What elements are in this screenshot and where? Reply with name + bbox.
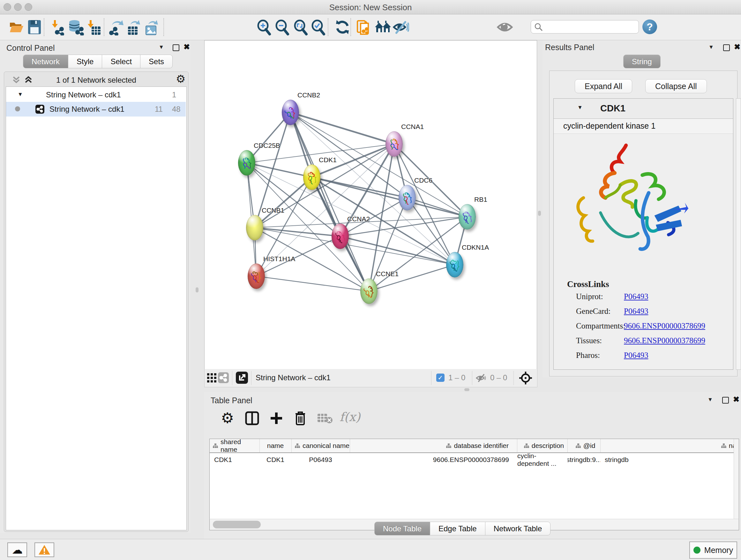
column-header-database-identifier[interactable]: database identifier (350, 439, 517, 452)
hidden-items-eye-slash-icon[interactable] (476, 373, 487, 383)
column-header-shared-name[interactable]: shared name (210, 439, 260, 452)
expand-all-button[interactable]: Expand All (575, 79, 632, 93)
column-header-name[interactable]: name (259, 439, 292, 452)
delete-column-trash-icon[interactable] (293, 411, 307, 426)
export-network-icon[interactable] (109, 19, 125, 36)
zoom-out-icon[interactable] (274, 19, 290, 36)
show-graphics-eye-icon[interactable] (496, 19, 514, 35)
crosslink-link[interactable]: P06493 (624, 351, 648, 360)
network-row[interactable]: String Network – cdk1 11 48 (6, 102, 186, 117)
results-scrollbar[interactable] (736, 98, 741, 370)
network-view-share-icon[interactable] (218, 372, 229, 383)
table-cell[interactable]: stringdb:9... (567, 453, 600, 466)
home-networks-icon[interactable] (374, 19, 392, 35)
crosslink-link[interactable]: 9606.ENSP00000378699 (624, 336, 705, 345)
right-divider-grip[interactable] (538, 211, 541, 216)
birds-eye-crosshair-icon[interactable] (519, 371, 533, 385)
delete-table-icon[interactable] (317, 413, 333, 424)
grid-view-icon[interactable] (207, 373, 217, 383)
import-network-icon[interactable] (50, 19, 65, 36)
memory-button[interactable]: Memory (689, 542, 737, 559)
table-panel-float-icon[interactable] (722, 397, 729, 403)
network-node-CDKN1A[interactable] (446, 252, 463, 277)
tab-sets[interactable]: Sets (140, 55, 173, 68)
crosslink-link[interactable]: P06493 (624, 292, 648, 301)
column-header-description[interactable]: description (517, 439, 568, 452)
import-table-icon[interactable] (86, 19, 101, 36)
network-node-CDC6[interactable] (399, 185, 416, 210)
network-node-RB1[interactable] (459, 204, 476, 230)
gene-section-header[interactable]: ▼ CDK1 (554, 99, 733, 119)
network-node-CCNA1[interactable] (386, 131, 403, 157)
export-image-icon[interactable] (144, 19, 160, 36)
cloud-button[interactable]: ☁ (7, 543, 27, 557)
export-table-icon[interactable] (126, 19, 142, 36)
network-node-HIST1H1A[interactable] (248, 263, 265, 289)
crosslink-link[interactable]: 9606.ENSP00000378699 (624, 321, 705, 330)
column-header-@id[interactable]: @id (567, 439, 601, 452)
open-view-icon[interactable] (236, 372, 248, 384)
results-panel-float-icon[interactable] (723, 44, 730, 51)
selected-items-checkbox[interactable]: ✓ (436, 374, 445, 382)
network-node-CCNE1[interactable] (360, 278, 378, 304)
zoom-in-icon[interactable] (256, 19, 272, 36)
zoom-fit-icon[interactable] (293, 19, 309, 36)
network-edge[interactable] (290, 112, 369, 291)
table-cell[interactable]: 9606.ENSP00000378699 (350, 453, 517, 466)
save-session-icon[interactable] (27, 19, 42, 35)
table-cell[interactable]: cyclin-dependent ... (517, 453, 567, 466)
results-panel-close-icon[interactable]: ✖ (734, 43, 740, 51)
tab-network-table[interactable]: Network Table (485, 522, 551, 536)
network-options-gear-icon[interactable]: ⚙ (176, 72, 185, 85)
show-columns-icon[interactable] (245, 411, 259, 425)
table-panel-menu-icon[interactable]: ▼ (708, 396, 713, 403)
control-panel-float-icon[interactable] (173, 44, 179, 51)
network-node-CCNB1[interactable] (246, 215, 263, 240)
control-panel-menu-icon[interactable]: ▼ (158, 44, 164, 51)
zoom-selected-icon[interactable] (311, 19, 327, 36)
network-node-CDK1[interactable] (303, 165, 320, 190)
tab-style[interactable]: Style (68, 55, 102, 68)
network-node-CDC25B[interactable] (238, 150, 255, 176)
column-header-namespace[interactable]: namespace (600, 439, 739, 452)
control-panel-close-icon[interactable]: ✖ (184, 43, 190, 51)
results-panel-menu-icon[interactable]: ▼ (709, 44, 714, 51)
node-table[interactable]: shared namenamecanonical namedatabase id… (209, 439, 739, 519)
network-edge[interactable] (369, 265, 455, 291)
function-builder-icon[interactable]: f(x) (340, 410, 360, 424)
duplicate-network-icon[interactable] (356, 19, 373, 36)
horizontal-divider-grip[interactable] (464, 388, 469, 391)
gene-collapse-icon[interactable]: ▼ (577, 105, 583, 111)
left-divider-grip[interactable] (196, 287, 199, 293)
table-cell[interactable]: CDK1 (259, 453, 291, 466)
table-hscrollbar-thumb[interactable] (213, 521, 261, 528)
help-button[interactable]: ? (643, 19, 657, 34)
network-collection-row[interactable]: ▼ String Network – cdk1 1 (6, 88, 186, 102)
refresh-icon[interactable] (335, 19, 350, 35)
collapse-all-button[interactable]: Collapse All (645, 79, 707, 93)
collection-expand-icon[interactable]: ▼ (17, 91, 23, 98)
tab-string[interactable]: String (623, 55, 661, 68)
tab-edge-table[interactable]: Edge Table (430, 522, 485, 536)
network-edge[interactable] (290, 112, 394, 144)
network-edge[interactable] (256, 276, 369, 291)
import-network-from-database-icon[interactable] (67, 19, 84, 36)
network-node-CCNB2[interactable] (282, 100, 299, 125)
warnings-button[interactable] (35, 543, 54, 557)
table-cell[interactable]: CDK1 (210, 453, 259, 466)
table-cell[interactable]: P06493 (291, 453, 350, 466)
add-column-icon[interactable] (269, 411, 283, 425)
open-session-icon[interactable] (9, 19, 24, 35)
tab-select[interactable]: Select (102, 55, 140, 68)
table-panel-close-icon[interactable]: ✖ (733, 395, 739, 404)
network-edge[interactable] (312, 177, 467, 217)
network-view-canvas[interactable]: CCNB2CCNA1CDC25BCDK1CDC6RB1CCNB1CCNA2CDK… (204, 40, 537, 369)
search-field[interactable] (531, 20, 639, 34)
column-header-canonical-name[interactable]: canonical name (291, 439, 350, 452)
tab-node-table[interactable]: Node Table (374, 522, 430, 536)
tab-network[interactable]: Network (23, 55, 68, 68)
network-node-CCNA2[interactable] (332, 224, 349, 249)
hide-unhide-eye-slash-icon[interactable] (393, 19, 409, 35)
table-cell[interactable]: stringdb (600, 453, 739, 466)
crosslink-link[interactable]: P06493 (624, 307, 648, 316)
